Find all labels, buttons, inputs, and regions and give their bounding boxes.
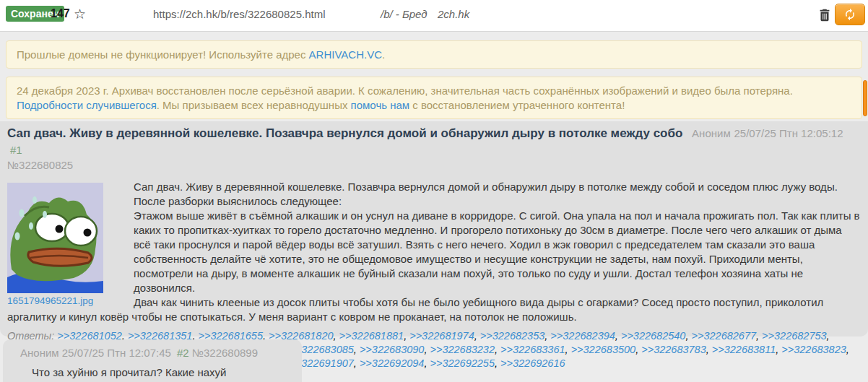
op-datetime: 25/07/25 Птн 12:05:12 — [734, 127, 843, 139]
saved-count: 147 — [51, 7, 70, 20]
op-image-figure: 1651794965221.jpg — [7, 183, 103, 307]
reply-link[interactable]: >>322683232 — [430, 344, 495, 355]
arhivach-vc-link[interactable]: ARHIVACH.VC — [309, 48, 382, 61]
op-author: Аноним — [692, 127, 731, 139]
op-paragraph: Сап двач. Живу в деревянной кошелевке. П… — [7, 180, 861, 209]
post2-post-number: №322680899 — [192, 347, 258, 359]
op-content: 1651794965221.jpg Сап двач. Живу в дерев… — [7, 180, 861, 324]
top-toolbar: Сохранен 147 ☆ https://2ch.hk/b/res/3226… — [0, 0, 868, 32]
reply-link[interactable]: >>322682677 — [692, 330, 757, 342]
help-us-link[interactable]: помочь нам — [351, 99, 410, 111]
reply-link[interactable]: >>322682353 — [480, 330, 545, 342]
thread-title: Сап двач. Живу в деревянной кошелевке. П… — [7, 126, 682, 140]
reply-link[interactable]: >>322683811 — [712, 344, 776, 355]
op-title-row: Сап двач. Живу в деревянной кошелевке. П… — [7, 125, 861, 158]
post2-datetime: 25/07/25 Птн 12:07:45 — [62, 347, 171, 359]
arhivach-thread-page: Сохранен 147 ☆ https://2ch.hk/b/res/3226… — [0, 0, 868, 382]
trash-icon[interactable] — [817, 6, 833, 24]
recovery-notice-part3: с восстановлением утраченного контента! — [409, 99, 625, 111]
pepe-thumbnail-image[interactable] — [7, 183, 103, 293]
refresh-button[interactable] — [835, 4, 865, 25]
source-url-link[interactable]: https://2ch.hk/b/res/322680825.html — [153, 8, 325, 20]
reply-link[interactable]: >>322682753 — [762, 330, 827, 342]
op-paragraph: Этажом выше живёт в съёмной алкашик и он… — [7, 209, 861, 295]
reply-post: Аноним 25/07/25 Птн 12:07:45 #2 №3226808… — [3, 339, 302, 382]
scrollbar-thumb[interactable] — [863, 80, 867, 116]
reply-link[interactable]: >>322681974 — [409, 330, 474, 342]
recovery-notice-part1: 24 декабря 2023 г. Архивач восстановлен … — [17, 84, 793, 97]
op-post: Сап двач. Живу в деревянной кошелевке. П… — [0, 121, 868, 337]
reply-link[interactable]: >>322692094 — [360, 357, 425, 369]
reply-link[interactable]: >>322692616 — [500, 357, 565, 369]
reply-link[interactable]: >>322683823 — [781, 344, 846, 355]
domains-notice-suffix: . — [382, 48, 385, 61]
domains-notice: Прошлые домены не функционирует! Использ… — [6, 40, 862, 69]
reply-link[interactable]: >>322683783 — [641, 344, 706, 355]
board-label: /b/ - Бред — [381, 8, 428, 20]
op-index-link[interactable]: #1 — [10, 144, 22, 156]
refresh-icon — [843, 8, 856, 21]
recovery-notice-part2: . Мы призываем всех неравнодушных — [157, 99, 351, 111]
image-filename-link[interactable]: 1651794965221.jpg — [7, 295, 93, 306]
post2-author: Аноним — [20, 347, 59, 359]
reply-link[interactable]: >>322682394 — [550, 330, 615, 342]
reply-link[interactable]: >>322682540 — [621, 330, 686, 342]
post2-text: Что за хуйню я прочитал? Какие нахуй дер… — [32, 365, 285, 382]
reply-link[interactable]: >>322683361 — [500, 344, 565, 355]
reply-link[interactable]: >>322692255 — [430, 357, 495, 369]
post2-index-link[interactable]: #2 — [177, 347, 189, 359]
reply-link[interactable]: >>322683090 — [360, 344, 425, 355]
op-paragraph: Двач как чинить клееные из досок плиты ч… — [7, 295, 861, 324]
op-post-number: №322680825 — [7, 159, 861, 171]
op-post-text: Сап двач. Живу в деревянной кошелевке. П… — [7, 180, 861, 324]
star-outline-icon[interactable]: ☆ — [74, 6, 86, 22]
details-link[interactable]: Подробности случившегося — [17, 99, 157, 111]
recovery-notice: 24 декабря 2023 г. Архивач восстановлен … — [6, 77, 862, 119]
reply-post-header: Аноним 25/07/25 Птн 12:07:45 #2 №3226808… — [20, 347, 285, 359]
reply-link[interactable]: >>322683500 — [571, 344, 636, 355]
domains-notice-text: Прошлые домены не функционирует! Использ… — [17, 48, 309, 61]
reply-link[interactable]: >>322681881 — [339, 330, 404, 342]
site-label: 2ch.hk — [438, 8, 469, 20]
